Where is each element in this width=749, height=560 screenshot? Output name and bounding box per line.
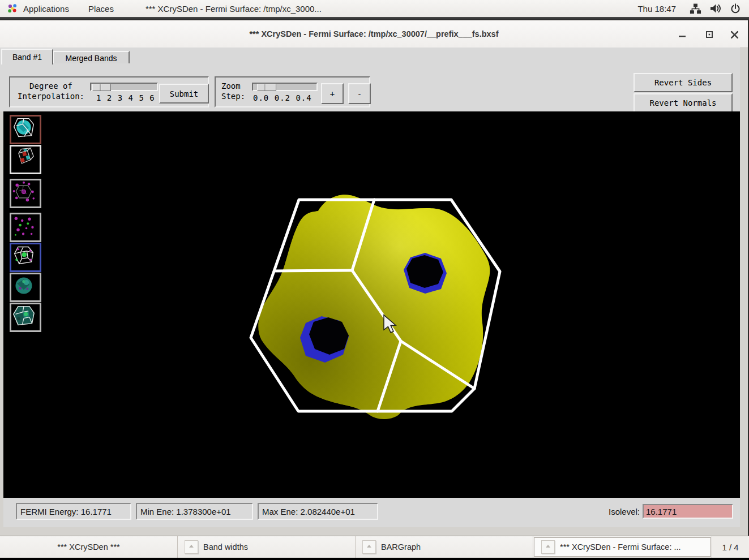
maximize-icon xyxy=(705,31,713,38)
zoom-step-slider-handle[interactable] xyxy=(257,84,276,91)
volume-icon[interactable] xyxy=(709,3,722,14)
max-energy-readout: Max Ene: 2.082440e+01 xyxy=(258,503,378,520)
interpolation-group: Degree of Interpolation: 1 2 3 4 5 6 Sub… xyxy=(9,76,209,107)
tab-band-1[interactable]: Band #1 xyxy=(1,49,53,64)
interpolation-label: Degree of Interpolation: xyxy=(14,81,88,101)
applications-logo-icon xyxy=(7,3,18,14)
window-titlebar[interactable]: *** XCrySDen - Fermi Surface: /tmp/xc_30… xyxy=(0,20,748,48)
minimize-button[interactable] xyxy=(677,29,687,40)
close-button[interactable] xyxy=(729,29,739,40)
interpolation-ticks: 1 2 3 4 5 6 xyxy=(96,93,155,102)
fermi-energy-readout: FERMI Energy: 16.1771 xyxy=(16,503,131,520)
surface-hole-upper-right xyxy=(404,253,447,294)
zoom-out-button[interactable]: - xyxy=(348,83,371,104)
interpolation-slider-handle[interactable] xyxy=(92,84,111,91)
window-title: *** XCrySDen - Fermi Surface: /tmp/xc_30… xyxy=(0,20,748,48)
applications-label: Applications xyxy=(23,4,69,14)
xcrysden-fermi-window: *** XCrySDen - Fermi Surface: /tmp/xc_30… xyxy=(0,20,748,536)
power-icon[interactable] xyxy=(730,3,741,14)
zoom-group: Zoom Step: 0.0 0.2 0.4 + - xyxy=(215,76,370,107)
isolevel-group: Isolevel: xyxy=(609,503,733,520)
fermi-surface xyxy=(258,195,490,419)
desktop-top-panel: Applications Places *** XCrySDen - Fermi… xyxy=(0,0,749,18)
tab-merged-bands[interactable]: Merged Bands xyxy=(53,51,130,64)
maximize-button[interactable] xyxy=(704,29,714,40)
window-icon xyxy=(362,540,376,554)
screen-bottom-edge xyxy=(0,558,749,560)
minimize-icon xyxy=(678,31,686,38)
close-icon xyxy=(730,31,739,39)
isolevel-input[interactable] xyxy=(643,504,733,519)
control-bar: Degree of Interpolation: 1 2 3 4 5 6 Sub… xyxy=(0,63,740,111)
workspace-pager[interactable]: 1 / 4 xyxy=(712,536,748,558)
task-fermi-surface-active[interactable]: *** XCrySDen - Fermi Surface: ... xyxy=(534,537,711,557)
panel-active-window-item[interactable]: *** XCrySDen - Fermi Surface: /tmp/xc_30… xyxy=(140,0,327,17)
clock[interactable]: Thu 18:47 xyxy=(632,0,682,17)
window-icon xyxy=(185,540,198,554)
zoom-in-button[interactable]: + xyxy=(321,83,344,104)
zoom-step-label: Zoom Step: xyxy=(221,81,251,101)
taskbar: *** XCrySDen *** Band widths BARGraph **… xyxy=(0,536,749,558)
window-icon xyxy=(541,540,555,554)
render-canvas[interactable] xyxy=(3,111,740,498)
task-bargraph[interactable]: BARGraph xyxy=(356,536,533,558)
min-energy-readout: Min Ene: 1.378300e+01 xyxy=(136,503,253,520)
task-xcrysden-main[interactable]: *** XCrySDen *** xyxy=(0,536,178,558)
isolevel-label: Isolevel: xyxy=(609,507,640,516)
places-menu[interactable]: Places xyxy=(83,0,119,17)
revert-sides-button[interactable]: Revert Sides xyxy=(634,73,733,92)
status-bar: FERMI Energy: 16.1771 Min Ene: 1.378300e… xyxy=(3,498,740,527)
submit-button[interactable]: Submit xyxy=(159,84,209,104)
screen: Applications Places *** XCrySDen - Fermi… xyxy=(0,0,749,560)
interpolation-slider[interactable] xyxy=(90,83,158,91)
places-label: Places xyxy=(88,4,114,14)
fermi-surface-viewport[interactable] xyxy=(3,111,740,498)
zoom-step-slider[interactable] xyxy=(252,83,318,91)
revert-normals-button[interactable]: Revert Normals xyxy=(634,93,733,113)
applications-menu[interactable]: Applications xyxy=(0,0,75,17)
task-band-widths[interactable]: Band widths xyxy=(178,536,356,558)
zoom-step-ticks: 0.0 0.2 0.4 xyxy=(253,93,312,102)
network-icon[interactable] xyxy=(690,3,701,15)
band-tabbar: Band #1 Merged Bands xyxy=(0,48,740,63)
